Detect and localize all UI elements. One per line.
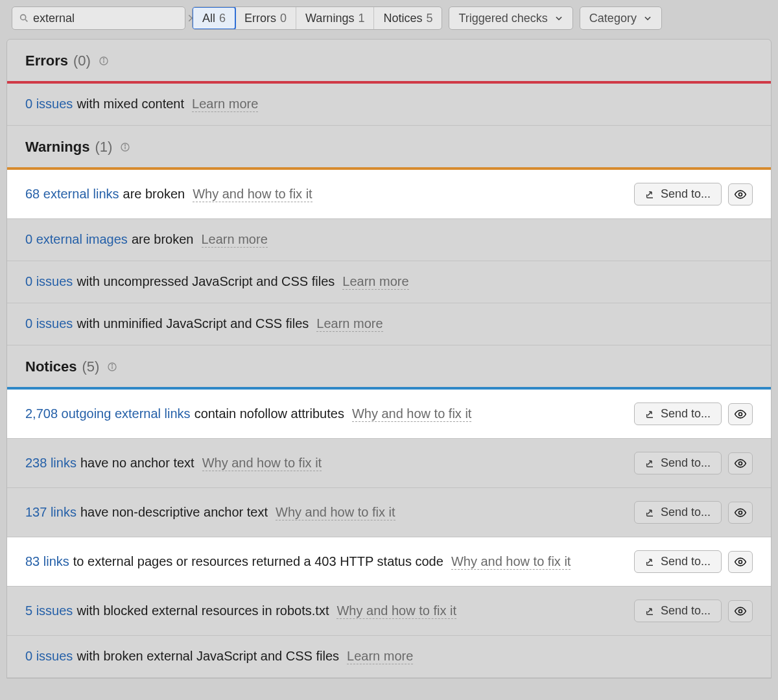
share-icon <box>645 606 655 616</box>
svg-point-0 <box>21 15 26 20</box>
issue-link[interactable]: 137 links <box>25 505 77 520</box>
eye-icon <box>734 408 747 421</box>
tab-count: 5 <box>426 12 432 25</box>
notices-header: Notices (5) <box>7 345 771 387</box>
category-dropdown[interactable]: Category <box>580 6 662 30</box>
why-fix-link[interactable]: Why and how to fix it <box>202 456 322 471</box>
section-title: Warnings <box>25 139 89 156</box>
why-fix-link[interactable]: Why and how to fix it <box>336 603 456 619</box>
issue-link[interactable]: 0 issues <box>25 97 73 111</box>
share-icon <box>645 189 655 200</box>
issue-desc: to external pages or resources returned … <box>73 554 443 569</box>
eye-icon <box>734 555 747 568</box>
toolbar: All 6 Errors 0 Warnings 1 Notices 5 Trig… <box>0 0 778 39</box>
why-fix-link[interactable]: Why and how to fix it <box>352 406 472 422</box>
svg-point-10 <box>739 192 742 196</box>
share-icon <box>645 409 655 419</box>
learn-more-link[interactable]: Learn more <box>342 274 408 290</box>
section-count: (1) <box>95 139 112 156</box>
dropdown-label: Triggered checks <box>458 12 547 25</box>
issue-row: 83 links to external pages or resources … <box>7 537 771 587</box>
tab-count: 0 <box>280 12 287 25</box>
issue-link[interactable]: 83 links <box>25 554 69 569</box>
share-icon <box>645 508 655 518</box>
svg-line-1 <box>25 19 27 21</box>
issues-panel: Errors (0) 0 issues with mixed content L… <box>6 39 772 679</box>
send-to-label: Send to... <box>661 407 711 421</box>
issue-desc: with broken external JavaScript and CSS … <box>77 649 339 664</box>
share-icon <box>645 458 655 469</box>
issue-desc: with uncompressed JavaScript and CSS fil… <box>77 274 335 289</box>
svg-point-6 <box>103 58 104 59</box>
issue-link[interactable]: 0 issues <box>25 316 73 331</box>
issue-desc: with unminified JavaScript and CSS files <box>77 316 309 331</box>
view-button[interactable] <box>728 183 753 205</box>
tab-warnings[interactable]: Warnings 1 <box>296 7 374 29</box>
send-to-button[interactable]: Send to... <box>634 183 722 205</box>
issue-row: 0 issues with uncompressed JavaScript an… <box>7 261 771 303</box>
section-count: (0) <box>73 52 91 69</box>
triggered-checks-dropdown[interactable]: Triggered checks <box>449 6 572 30</box>
issue-row: 2,708 outgoing external links contain no… <box>7 390 771 439</box>
issue-row: 137 links have non-descriptive anchor te… <box>7 488 771 537</box>
tab-count: 6 <box>219 12 226 25</box>
tab-count: 1 <box>358 12 364 25</box>
issue-link[interactable]: 238 links <box>25 456 77 471</box>
issue-link[interactable]: 2,708 outgoing external links <box>25 406 191 421</box>
learn-more-link[interactable]: Learn more <box>347 649 413 664</box>
send-to-button[interactable]: Send to... <box>634 501 722 524</box>
issue-desc: with blocked external resources in robot… <box>77 603 329 618</box>
chevron-down-icon <box>554 14 563 23</box>
svg-point-15 <box>739 461 742 465</box>
issue-link[interactable]: 0 external images <box>25 232 128 247</box>
issue-link[interactable]: 5 issues <box>25 603 73 618</box>
eye-icon <box>734 605 747 618</box>
issue-row: 0 issues with mixed content Learn more <box>7 84 771 126</box>
tab-all[interactable]: All 6 <box>192 6 236 30</box>
send-to-button[interactable]: Send to... <box>634 550 722 573</box>
issue-desc: have no anchor text <box>80 456 194 471</box>
why-fix-link[interactable]: Why and how to fix it <box>276 505 395 520</box>
issue-link[interactable]: 0 issues <box>25 274 73 289</box>
search-icon <box>19 13 29 23</box>
info-icon[interactable] <box>120 142 130 152</box>
send-to-label: Send to... <box>661 604 711 618</box>
issue-row: 5 issues with blocked external resources… <box>7 587 771 636</box>
learn-more-link[interactable]: Learn more <box>202 232 268 248</box>
learn-more-link[interactable]: Learn more <box>192 97 258 112</box>
send-to-label: Send to... <box>661 187 711 201</box>
why-fix-link[interactable]: Why and how to fix it <box>193 187 312 202</box>
svg-point-14 <box>739 412 742 415</box>
tab-errors[interactable]: Errors 0 <box>235 7 296 29</box>
view-button[interactable] <box>728 502 753 524</box>
issue-row: 68 external links are broken Why and how… <box>7 170 771 219</box>
send-to-button[interactable]: Send to... <box>634 600 722 622</box>
view-button[interactable] <box>728 551 753 573</box>
learn-more-link[interactable]: Learn more <box>316 316 383 332</box>
issue-link[interactable]: 0 issues <box>25 649 73 664</box>
search-input[interactable] <box>29 9 187 28</box>
why-fix-link[interactable]: Why and how to fix it <box>451 554 571 570</box>
share-icon <box>645 557 655 567</box>
search-field[interactable] <box>12 6 185 30</box>
issue-link[interactable]: 68 external links <box>25 187 119 202</box>
view-button[interactable] <box>728 600 753 622</box>
send-to-button[interactable]: Send to... <box>634 402 722 425</box>
send-to-label: Send to... <box>661 555 711 568</box>
issue-row: 238 links have no anchor text Why and ho… <box>7 439 771 488</box>
view-button[interactable] <box>728 403 753 425</box>
eye-icon <box>734 188 747 201</box>
svg-point-18 <box>739 609 742 612</box>
info-icon[interactable] <box>99 56 109 66</box>
info-icon[interactable] <box>107 362 117 372</box>
section-title: Errors <box>25 52 68 69</box>
issue-desc: with mixed content <box>77 97 184 111</box>
tab-notices[interactable]: Notices 5 <box>374 7 442 29</box>
tab-label: Warnings <box>305 12 354 25</box>
issue-desc: are broken <box>123 187 185 202</box>
send-to-button[interactable]: Send to... <box>634 452 722 474</box>
dropdown-label: Category <box>589 12 637 25</box>
issue-row: 0 issues with broken external JavaScript… <box>7 636 771 678</box>
svg-point-9 <box>125 145 126 145</box>
view-button[interactable] <box>728 452 753 474</box>
